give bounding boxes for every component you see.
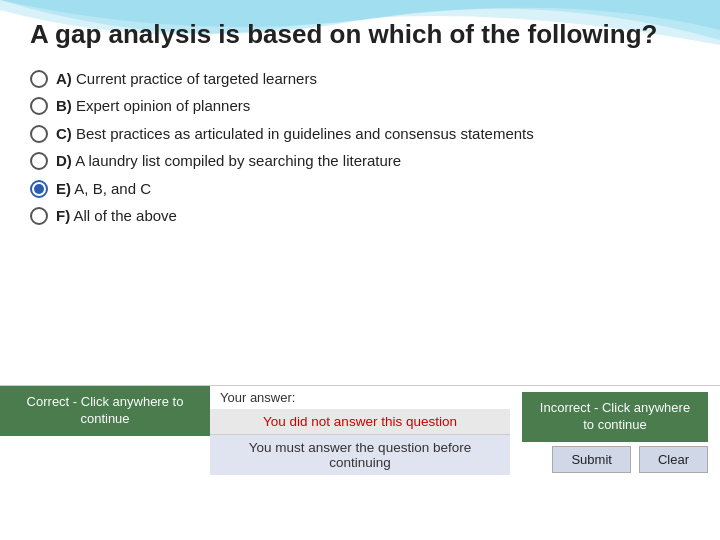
option-c[interactable]: C) Best practices as articulated in guid… bbox=[30, 124, 690, 144]
options-list: A) Current practice of targeted learners… bbox=[30, 69, 690, 226]
clear-button[interactable]: Clear bbox=[639, 446, 708, 473]
option-a[interactable]: A) Current practice of targeted learners bbox=[30, 69, 690, 89]
incorrect-box[interactable]: Incorrect - Click anywhere to continue bbox=[522, 392, 708, 442]
btn-row: Submit Clear bbox=[552, 446, 708, 473]
radio-a[interactable] bbox=[30, 70, 48, 88]
option-d[interactable]: D) A laundry list compiled by searching … bbox=[30, 151, 690, 171]
option-b-label: B) Expert opinion of planners bbox=[56, 96, 690, 116]
radio-d[interactable] bbox=[30, 152, 48, 170]
option-b[interactable]: B) Expert opinion of planners bbox=[30, 96, 690, 116]
bottom-full-row: Correct - Click anywhere to continue You… bbox=[0, 386, 720, 479]
option-f-label: F) All of the above bbox=[56, 206, 690, 226]
radio-b[interactable] bbox=[30, 97, 48, 115]
option-e[interactable]: E) A, B, and C bbox=[30, 179, 690, 199]
radio-c[interactable] bbox=[30, 125, 48, 143]
option-d-label: D) A laundry list compiled by searching … bbox=[56, 151, 690, 171]
submit-button[interactable]: Submit bbox=[552, 446, 630, 473]
option-c-label: C) Best practices as articulated in guid… bbox=[56, 124, 690, 144]
question-title: A gap analysis is based on which of the … bbox=[30, 18, 690, 51]
right-col: Incorrect - Click anywhere to continue S… bbox=[510, 386, 720, 479]
correct-box[interactable]: Correct - Click anywhere to continue bbox=[0, 386, 210, 436]
main-content: A gap analysis is based on which of the … bbox=[0, 0, 720, 246]
radio-f[interactable] bbox=[30, 207, 48, 225]
middle-col: Your answer: You did not answer this que… bbox=[210, 386, 510, 479]
answer-msg-2: You must answer the question before cont… bbox=[210, 435, 510, 475]
radio-e[interactable] bbox=[30, 180, 48, 198]
answer-msg-1: You did not answer this question bbox=[210, 409, 510, 435]
your-answer-label: Your answer: bbox=[210, 386, 510, 409]
bottom-area: Correct - Click anywhere to continue You… bbox=[0, 385, 720, 540]
left-col: Correct - Click anywhere to continue bbox=[0, 386, 210, 479]
option-a-label: A) Current practice of targeted learners bbox=[56, 69, 690, 89]
option-f[interactable]: F) All of the above bbox=[30, 206, 690, 226]
option-e-label: E) A, B, and C bbox=[56, 179, 690, 199]
